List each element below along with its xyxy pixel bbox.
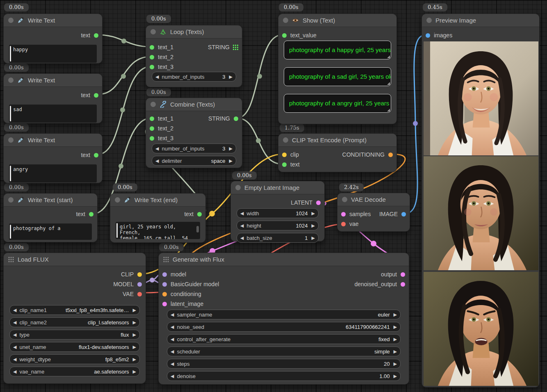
output-slot-conditioning[interactable] bbox=[388, 153, 393, 157]
decrement-arrow-icon[interactable]: ◀ bbox=[171, 324, 174, 330]
increment-arrow-icon[interactable]: ▶ bbox=[229, 74, 232, 80]
decrement-arrow-icon[interactable]: ◀ bbox=[155, 74, 159, 80]
node-load-flux[interactable]: Load FLUX CLIP MODEL VAE ◀ clip_name1 t5… bbox=[3, 253, 146, 384]
node-title-bar[interactable]: VAE Decode bbox=[337, 193, 410, 206]
node-preview-image[interactable]: Preview Image images bbox=[422, 14, 540, 387]
input-slot-vae[interactable] bbox=[341, 222, 346, 226]
increment-arrow-icon[interactable]: ▶ bbox=[229, 146, 232, 151]
input-slot-images[interactable] bbox=[426, 33, 430, 38]
widget-number-of-inputs[interactable]: ◀ number_of_inputs 3 ▶ bbox=[152, 72, 236, 82]
increment-arrow-icon[interactable]: ▶ bbox=[133, 308, 136, 313]
decrement-arrow-icon[interactable]: ◀ bbox=[171, 312, 174, 317]
node-graph-canvas[interactable]: 0.00s 0.00s 0.00s 0.00s 0.00s 0.00s 0.00… bbox=[0, 0, 547, 392]
preview-image-angry[interactable] bbox=[424, 272, 538, 386]
input-slot-clip[interactable] bbox=[282, 153, 287, 157]
output-slot-clip[interactable] bbox=[137, 272, 142, 277]
increment-arrow-icon[interactable]: ▶ bbox=[133, 369, 136, 374]
resize-handle-icon[interactable] bbox=[387, 109, 390, 112]
output-slot-image[interactable] bbox=[401, 212, 406, 217]
output-slot-model[interactable] bbox=[137, 282, 142, 287]
increment-arrow-icon[interactable]: ▶ bbox=[394, 337, 397, 342]
widget-vae-name[interactable]: ◀ vae_name ae.safetensors ▶ bbox=[9, 367, 140, 376]
decrement-arrow-icon[interactable]: ◀ bbox=[240, 223, 244, 228]
node-title-bar[interactable]: Preview Image bbox=[422, 14, 539, 27]
output-slot-text[interactable] bbox=[94, 33, 98, 38]
input-slot-text-3[interactable] bbox=[150, 136, 154, 141]
input-slot-latent-image[interactable] bbox=[162, 302, 167, 306]
node-generate-with-flux[interactable]: Generate with Flux model output BasicGui… bbox=[158, 253, 409, 385]
node-empty-latent-image[interactable]: Empty Latent Image LATENT ◀ width 1024 ▶… bbox=[230, 181, 325, 242]
node-loop-texts[interactable]: Loop (Texts) text_1 STRING text_2 text_3… bbox=[146, 25, 242, 87]
increment-arrow-icon[interactable]: ▶ bbox=[133, 332, 136, 337]
input-slot-basicguider-model[interactable] bbox=[162, 282, 167, 287]
node-title-bar[interactable]: Generate with Flux bbox=[159, 253, 409, 266]
input-slot-text-value[interactable] bbox=[282, 33, 287, 38]
decrement-arrow-icon[interactable]: ◀ bbox=[171, 349, 174, 354]
decrement-arrow-icon[interactable]: ◀ bbox=[13, 320, 16, 325]
input-slot-model[interactable] bbox=[162, 272, 167, 277]
input-slot-conditioning[interactable] bbox=[162, 292, 167, 296]
increment-arrow-icon[interactable]: ▶ bbox=[133, 357, 136, 362]
node-title-bar[interactable]: Show (Text) bbox=[278, 14, 397, 27]
decrement-arrow-icon[interactable]: ◀ bbox=[13, 357, 16, 362]
output-slot-text[interactable] bbox=[89, 212, 93, 217]
text-input[interactable]: happy bbox=[9, 45, 97, 63]
node-write-text-happy[interactable]: Write Text text happy bbox=[3, 14, 103, 64]
preview-image-happy[interactable] bbox=[424, 41, 538, 155]
text-input[interactable]: girl, 25 years old, French, female, 165 … bbox=[116, 222, 200, 239]
output-slot-latent[interactable] bbox=[316, 201, 321, 205]
increment-arrow-icon[interactable]: ▶ bbox=[229, 158, 232, 164]
decrement-arrow-icon[interactable]: ◀ bbox=[171, 337, 174, 342]
shown-text-box[interactable]: photography of a happy girl, 25 years ol… bbox=[284, 41, 391, 59]
output-slot-string[interactable] bbox=[234, 116, 238, 121]
node-write-text-angry[interactable]: Write Text text angry bbox=[3, 133, 103, 183]
decrement-arrow-icon[interactable]: ◀ bbox=[171, 361, 174, 367]
widget-height[interactable]: ◀ height 1024 ▶ bbox=[237, 221, 319, 230]
widget-steps[interactable]: ◀ steps 20 ▶ bbox=[167, 359, 401, 369]
node-title-bar[interactable]: Empty Latent Image bbox=[231, 181, 324, 194]
node-show-text[interactable]: Show (Text) text_value photography of a … bbox=[278, 14, 397, 124]
increment-arrow-icon[interactable]: ▶ bbox=[394, 312, 397, 317]
increment-arrow-icon[interactable]: ▶ bbox=[394, 349, 397, 354]
widget-clip-name2[interactable]: ◀ clip_name2 clip_l.safetensors ▶ bbox=[9, 317, 140, 327]
widget-type[interactable]: ◀ type flux ▶ bbox=[9, 330, 140, 340]
node-clip-text-encode[interactable]: CLIP Text Encode (Prompt) clip CONDITION… bbox=[278, 133, 397, 172]
widget-delimiter[interactable]: ◀ delimiter space ▶ bbox=[152, 156, 236, 166]
widget-weight-dtype[interactable]: ◀ weight_dtype fp8_e5m2 ▶ bbox=[9, 354, 140, 364]
decrement-arrow-icon[interactable]: ◀ bbox=[13, 369, 16, 374]
increment-arrow-icon[interactable]: ▶ bbox=[394, 374, 397, 379]
node-title-bar[interactable]: Load FLUX bbox=[4, 253, 146, 266]
textarea-scrollbar[interactable] bbox=[196, 226, 199, 232]
output-slot-output[interactable] bbox=[401, 272, 405, 277]
widget-width[interactable]: ◀ width 1024 ▶ bbox=[237, 208, 319, 218]
input-slot-text-2[interactable] bbox=[150, 55, 154, 59]
output-slot-text[interactable] bbox=[197, 212, 202, 217]
decrement-arrow-icon[interactable]: ◀ bbox=[240, 211, 244, 216]
output-slot-denoised-output[interactable] bbox=[401, 282, 405, 287]
preview-image-sad[interactable] bbox=[424, 156, 538, 270]
node-title-bar[interactable]: Write Text bbox=[4, 134, 102, 147]
node-title-bar[interactable]: Loop (Texts) bbox=[146, 25, 242, 39]
node-title-bar[interactable]: Write Text bbox=[4, 74, 102, 87]
node-title-bar[interactable]: Combine (Texts) bbox=[146, 98, 242, 111]
decrement-arrow-icon[interactable]: ◀ bbox=[13, 344, 16, 350]
widget-denoise[interactable]: ◀ denoise 1.00 ▶ bbox=[167, 371, 401, 381]
shown-text-box[interactable]: photography of a sad girl, 25 years old,… bbox=[284, 67, 391, 86]
node-title-bar[interactable]: CLIP Text Encode (Prompt) bbox=[278, 134, 397, 147]
output-slot-text[interactable] bbox=[94, 153, 98, 157]
increment-arrow-icon[interactable]: ▶ bbox=[394, 324, 397, 330]
node-write-text-sad[interactable]: Write Text text sad bbox=[3, 73, 103, 123]
list-output-grid-icon[interactable] bbox=[233, 45, 238, 50]
decrement-arrow-icon[interactable]: ◀ bbox=[13, 332, 16, 337]
increment-arrow-icon[interactable]: ▶ bbox=[312, 211, 315, 216]
input-slot-text-2[interactable] bbox=[150, 126, 154, 131]
increment-arrow-icon[interactable]: ▶ bbox=[133, 344, 136, 350]
text-input[interactable]: photography of a bbox=[9, 223, 92, 240]
decrement-arrow-icon[interactable]: ◀ bbox=[155, 158, 159, 164]
node-title-bar[interactable]: Write Text bbox=[4, 14, 102, 27]
decrement-arrow-icon[interactable]: ◀ bbox=[13, 308, 16, 313]
node-combine-texts[interactable]: Combine (Texts) text_1 STRING text_2 tex… bbox=[146, 98, 242, 168]
output-slot-text[interactable] bbox=[94, 93, 98, 98]
output-slot-vae[interactable] bbox=[137, 292, 142, 296]
widget-unet-name[interactable]: ◀ unet_name flux1-dev.safetensors ▶ bbox=[9, 342, 140, 352]
